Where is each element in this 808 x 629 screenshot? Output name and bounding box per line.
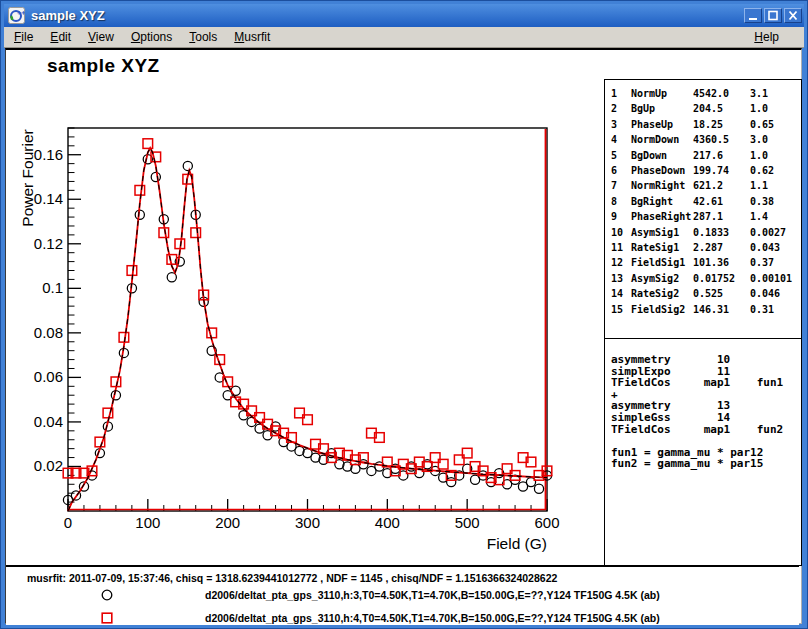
root-canvas: 01002003004005006000.020.040.060.080.10.… — [5, 48, 802, 624]
param-value: 287.1 — [693, 209, 750, 224]
param-name: NormDown — [631, 132, 693, 147]
menubar: FileEditViewOptionsToolsMusrfit Help — [4, 27, 804, 48]
minimize-button[interactable] — [744, 8, 762, 23]
y-tick-label: 0.08 — [34, 324, 63, 341]
theory-line: fun2 = gamma_mu * par15 — [611, 458, 801, 470]
param-n: 1 — [611, 86, 631, 101]
application-window: ++ sample XYZ FileEditViewOptionsToolsMu… — [0, 0, 808, 629]
maximize-button[interactable] — [764, 8, 782, 23]
data-point-square — [143, 139, 153, 149]
param-name: BgDown — [631, 148, 693, 163]
param-n: 14 — [611, 286, 631, 301]
status-strip: musrfit: 2011-07-09, 15:37:46, chisq = 1… — [6, 565, 799, 625]
menu-item-musrfit[interactable]: Musrfit — [232, 29, 272, 45]
titlebar[interactable]: ++ sample XYZ — [4, 4, 804, 27]
param-n: 7 — [611, 178, 631, 193]
legend-square-marker — [100, 611, 114, 625]
param-n: 8 — [611, 194, 631, 209]
data-point-circle — [447, 478, 456, 487]
param-value: 4360.5 — [693, 132, 750, 147]
x-axis-label: Field (G) — [487, 535, 547, 552]
theory-line: TFieldCos map1 fun1 — [611, 377, 801, 389]
param-n: 12 — [611, 255, 631, 270]
x-tick-label: 100 — [135, 514, 160, 531]
parameter-row-ratesig2: 14RateSig20.5250.046 — [611, 286, 801, 301]
close-button[interactable] — [784, 8, 802, 23]
theory-line: TFieldCos map1 fun2 — [611, 424, 801, 436]
svg-text:++: ++ — [17, 9, 25, 17]
parameter-row-normup: 1NormUp4542.03.1 — [611, 86, 801, 101]
y-tick-label: 0.1 — [42, 279, 63, 296]
x-tick-label: 0 — [64, 514, 72, 531]
menu-item-tools[interactable]: Tools — [187, 29, 219, 45]
parameter-row-phasedown: 6PhaseDown199.740.62 — [611, 163, 801, 178]
parameter-row-ratesig1: 11RateSig12.2870.043 — [611, 240, 801, 255]
parameter-row-fieldsig1: 12FieldSig1101.360.37 — [611, 255, 801, 270]
param-name: PhaseRight — [631, 209, 693, 224]
param-error: 0.046 — [750, 286, 780, 301]
param-error: 0.37 — [750, 255, 774, 270]
param-value: 101.36 — [693, 255, 750, 270]
y-axis-label: Power Fourier — [19, 129, 36, 226]
legend-label: d2006/deltat_pta_gps_3110,h:4,T0=4.50K,T… — [205, 612, 660, 624]
y-tick-label: 0.12 — [34, 235, 63, 252]
y-tick-label: 0.14 — [34, 190, 63, 207]
param-error: 3.0 — [750, 132, 768, 147]
param-error: 1.1 — [750, 178, 768, 193]
x-tick-label: 300 — [295, 514, 320, 531]
y-tick-label: 0.04 — [34, 413, 63, 430]
theory-line: asymmetry 10 — [611, 354, 801, 366]
menu-item-file[interactable]: File — [12, 29, 35, 45]
legend-row: d2006/deltat_pta_gps_3110,h:3,T0=4.50K,T… — [6, 587, 799, 603]
param-value: 0.525 — [693, 286, 750, 301]
param-value: 217.6 — [693, 148, 750, 163]
x-tick-label: 400 — [375, 514, 400, 531]
menu-item-help[interactable]: Help — [752, 29, 781, 45]
param-name: NormRight — [631, 178, 693, 193]
parameter-row-phaseright: 9PhaseRight287.11.4 — [611, 209, 801, 224]
maximize-icon — [767, 10, 779, 21]
data-point-circle — [151, 172, 160, 181]
menu-item-options[interactable]: Options — [129, 29, 174, 45]
theory-line — [611, 435, 801, 447]
data-point-square — [135, 186, 145, 196]
x-tick-label: 200 — [215, 514, 240, 531]
parameter-row-phaseup: 3PhaseUp18.250.65 — [611, 117, 801, 132]
param-name: RateSig1 — [631, 240, 693, 255]
param-value: 0.1833 — [693, 225, 750, 240]
right-panel: 1NormUp4542.03.12BgUp204.51.03PhaseUp18.… — [604, 79, 802, 566]
x-tick-label: 500 — [455, 514, 480, 531]
param-error: 1.4 — [750, 209, 768, 224]
parameter-row-asymsig1: 10AsymSig10.18330.0027 — [611, 225, 801, 240]
param-name: AsymSig1 — [631, 225, 693, 240]
param-name: PhaseDown — [631, 163, 693, 178]
menu-left: FileEditViewOptionsToolsMusrfit — [4, 29, 285, 45]
close-icon — [787, 10, 799, 21]
param-n: 11 — [611, 240, 631, 255]
param-name: FieldSig1 — [631, 255, 693, 270]
param-name: RateSig2 — [631, 286, 693, 301]
param-value: 0.01752 — [693, 271, 750, 286]
theory-description: asymmetry 10simplExpo 11TFieldCos map1 f… — [605, 339, 801, 565]
param-error: 0.38 — [750, 194, 774, 209]
data-point-circle — [534, 484, 543, 493]
param-name: AsymSig2 — [631, 271, 693, 286]
data-point-circle — [183, 161, 192, 170]
y-tick-label: 0.06 — [34, 368, 63, 385]
param-error: 0.00101 — [750, 271, 792, 286]
param-error: 0.62 — [750, 163, 774, 178]
param-error: 1.0 — [750, 148, 768, 163]
musrfit-status-line: musrfit: 2011-07-09, 15:37:46, chisq = 1… — [27, 572, 557, 584]
param-error: 1.0 — [750, 101, 768, 116]
param-n: 4 — [611, 132, 631, 147]
param-n: 6 — [611, 163, 631, 178]
param-name: NormUp — [631, 86, 693, 101]
menu-item-view[interactable]: View — [86, 29, 116, 45]
param-n: 15 — [611, 302, 631, 317]
param-error: 0.0027 — [750, 225, 786, 240]
parameter-row-bgup: 2BgUp204.51.0 — [611, 101, 801, 116]
menu-item-edit[interactable]: Edit — [48, 29, 73, 45]
param-value: 18.25 — [693, 117, 750, 132]
plot-title: sample XYZ — [47, 55, 160, 77]
param-n: 10 — [611, 225, 631, 240]
